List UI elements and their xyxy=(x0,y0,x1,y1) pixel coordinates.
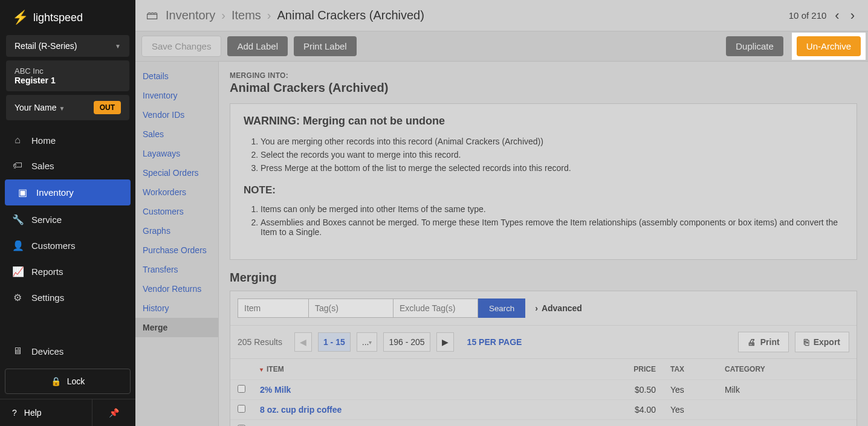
tab-workorders[interactable]: Workorders xyxy=(135,182,218,202)
item-name-link[interactable]: 8 oz. cup drip coffee xyxy=(253,400,597,420)
row-checkbox[interactable] xyxy=(238,385,245,393)
user-name: Your Name ▼ xyxy=(15,103,65,112)
results-pager: 205 Results ◀ 1 - 15 ... ▾ 196 - 205 ▶ 1… xyxy=(230,325,857,358)
item-price: $2.00 xyxy=(597,420,663,427)
merging-section-head: Merging xyxy=(230,271,857,285)
chevron-right-icon: › xyxy=(221,8,225,22)
duplicate-button[interactable]: Duplicate xyxy=(726,36,783,56)
row-checkbox[interactable] xyxy=(238,405,245,413)
warn-step-2: Select the records you want to merge int… xyxy=(261,148,843,161)
tab-layaways[interactable]: Layaways xyxy=(135,144,218,163)
tab-merge[interactable]: Merge xyxy=(135,318,218,337)
search-exclude-tags-input[interactable] xyxy=(394,299,478,318)
tab-transfers[interactable]: Transfers xyxy=(135,260,218,279)
table-row: 8 oz. cup drip coffee$4.00Yes xyxy=(230,400,857,420)
chart-icon: 📈 xyxy=(12,266,23,277)
results-count: 205 Results xyxy=(238,337,282,347)
col-category[interactable]: CATEGORY xyxy=(717,359,857,380)
merge-panel: MERGING INTO: Animal Crackers (Archived)… xyxy=(219,62,868,426)
search-item-input[interactable] xyxy=(238,299,309,318)
item-tabs: Details Inventory Vendor IDs Sales Layaw… xyxy=(135,62,219,426)
tab-details[interactable]: Details xyxy=(135,66,218,86)
next-record-button[interactable]: › xyxy=(848,8,857,24)
print-label-button[interactable]: Print Label xyxy=(294,36,357,56)
print-results-button[interactable]: 🖨Print xyxy=(738,332,789,352)
user-icon: 👤 xyxy=(12,240,23,251)
unarchive-button[interactable]: Un-Archive xyxy=(797,36,861,56)
sidebar: ⚡ lightspeed Retail (R-Series) ▼ ABC Inc… xyxy=(0,0,135,426)
nav-sales[interactable]: 🏷Sales xyxy=(0,153,135,178)
item-tax: Yes xyxy=(663,400,717,420)
record-position: 10 of 210 xyxy=(789,10,827,21)
col-tax[interactable]: TAX xyxy=(663,359,717,380)
chevron-down-icon: ▾ xyxy=(369,339,372,346)
tab-graphs[interactable]: Graphs xyxy=(135,221,218,240)
tab-purchase-orders[interactable]: Purchase Orders xyxy=(135,240,218,260)
chevron-down-icon: ▼ xyxy=(59,105,65,112)
item-tax: Yes xyxy=(663,420,717,427)
lock-icon: 🔒 xyxy=(51,376,61,386)
shop-selector[interactable]: Retail (R-Series) ▼ xyxy=(6,35,129,57)
export-results-button[interactable]: ⎘Export xyxy=(795,332,849,352)
item-name-link[interactable]: 8 oz. herbal tea xyxy=(253,420,597,427)
warn-step-1: You are merging other records into this … xyxy=(261,135,843,148)
item-price: $0.50 xyxy=(597,380,663,400)
nav-inventory[interactable]: ▣Inventory xyxy=(5,179,131,205)
note-1: Items can only be merged into other Item… xyxy=(261,202,843,216)
page-next[interactable]: ▶ xyxy=(436,332,454,352)
nav-reports[interactable]: 📈Reports xyxy=(0,259,135,285)
shop-info[interactable]: ABC Inc Register 1 xyxy=(6,60,129,91)
item-name-link[interactable]: 2% Milk xyxy=(253,380,597,400)
prev-record-button[interactable]: ‹ xyxy=(832,8,841,24)
tab-customers[interactable]: Customers xyxy=(135,202,218,221)
nav-home[interactable]: ⌂Home xyxy=(0,127,135,153)
crumb-items[interactable]: Items xyxy=(232,8,261,22)
tab-history[interactable]: History xyxy=(135,299,218,318)
table-row: 8 oz. herbal tea$2.00YesDrinks / Tea xyxy=(230,420,857,427)
merging-into-label: MERGING INTO: xyxy=(230,71,857,80)
nav-devices[interactable]: 🖥Devices xyxy=(0,338,135,364)
add-label-button[interactable]: Add Label xyxy=(227,36,288,56)
tab-sales[interactable]: Sales xyxy=(135,124,218,144)
col-price[interactable]: PRICE xyxy=(597,359,663,380)
page-prev[interactable]: ◀ xyxy=(294,332,312,352)
item-category: Drinks / Tea xyxy=(717,420,857,427)
search-button[interactable]: Search xyxy=(478,299,525,318)
page-last[interactable]: 196 - 205 xyxy=(383,332,430,352)
col-item[interactable]: ▾ITEM xyxy=(253,359,597,380)
tab-vendor-returns[interactable]: Vendor Returns xyxy=(135,279,218,299)
pin-button[interactable]: 📌 xyxy=(92,399,135,426)
help-button[interactable]: ?Help xyxy=(0,399,92,426)
nav-settings[interactable]: ⚙Settings xyxy=(0,285,135,311)
sidebar-footer: ?Help 📌 xyxy=(0,399,135,426)
tab-special-orders[interactable]: Special Orders xyxy=(135,163,218,182)
advanced-link[interactable]: ›Advanced xyxy=(535,303,582,313)
main-nav: ⌂Home 🏷Sales ▣Inventory 🔧Service 👤Custom… xyxy=(0,127,135,399)
page-1-15[interactable]: 1 - 15 xyxy=(318,332,351,352)
breadcrumb: 🗃 Inventory › Items › Animal Crackers (A… xyxy=(135,0,868,31)
user-menu[interactable]: Your Name ▼ OUT xyxy=(6,95,129,120)
sort-desc-icon: ▾ xyxy=(260,366,263,373)
merge-search-panel: Search ›Advanced 205 Results ◀ 1 - 15 ..… xyxy=(230,291,857,426)
archive-icon: 🗃 xyxy=(146,8,158,22)
crumb-inventory[interactable]: Inventory xyxy=(166,8,215,22)
crumb-current: Animal Crackers (Archived) xyxy=(277,8,424,22)
tab-inventory[interactable]: Inventory xyxy=(135,86,218,105)
page-ellipsis[interactable]: ... ▾ xyxy=(357,332,378,352)
note-list: Items can only be merged into other Item… xyxy=(261,202,843,239)
save-changes-button[interactable]: Save Changes xyxy=(141,36,221,57)
lock-button[interactable]: 🔒Lock xyxy=(5,369,131,394)
nav-customers[interactable]: 👤Customers xyxy=(0,233,135,259)
per-page-link[interactable]: 15 PER PAGE xyxy=(467,337,522,347)
box-icon: ▣ xyxy=(17,187,28,198)
monitor-icon: 🖥 xyxy=(12,346,23,357)
warning-list: You are merging other records into this … xyxy=(261,135,843,175)
company-name: ABC Inc xyxy=(15,66,121,76)
item-tax: Yes xyxy=(663,380,717,400)
search-tags-input[interactable] xyxy=(309,299,394,318)
chevron-right-icon: › xyxy=(267,8,271,22)
pin-icon: 📌 xyxy=(109,408,119,418)
tab-vendor-ids[interactable]: Vendor IDs xyxy=(135,105,218,124)
nav-service[interactable]: 🔧Service xyxy=(0,207,135,233)
chevron-down-icon: ▼ xyxy=(115,43,121,50)
